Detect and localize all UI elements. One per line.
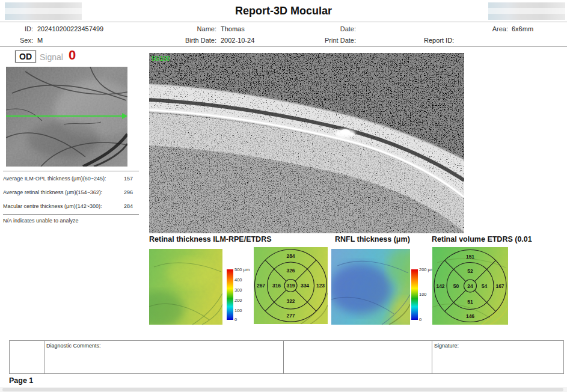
signal-label: Signal — [40, 52, 63, 62]
info-divider — [0, 46, 567, 47]
sex-value: M — [37, 37, 43, 44]
rnfl-color-scale — [411, 269, 418, 320]
name-label: Name: — [144, 25, 216, 32]
scale-tick: 100 — [234, 308, 242, 313]
rnfl-color-map — [331, 249, 410, 325]
etdrs-value-bottom-outer: 277 — [286, 313, 295, 319]
scale-tick: 400 — [234, 277, 242, 283]
table-divider — [432, 341, 432, 373]
date-label: Date: — [284, 25, 356, 32]
na-note: N/A indicates unable to analyze — [3, 218, 79, 224]
etdrs-value-left-outer: 267 — [257, 283, 265, 289]
scale-tick: 200 — [234, 298, 242, 303]
etdrs-value-right-outer: 123 — [316, 283, 325, 289]
report-title: Report-3D Mocular — [0, 5, 567, 17]
etdrs-value-top-outer: 284 — [286, 253, 295, 259]
scale-tick: 0 — [234, 317, 237, 322]
etdrs-value-center: 319 — [286, 283, 295, 289]
metric-row: Macular centre thickness (μm)(142~300): … — [3, 203, 133, 209]
clinic-logo-right — [488, 2, 565, 20]
eye-side-button[interactable]: OD — [15, 51, 36, 63]
metric-value: 284 — [124, 203, 133, 209]
name-value: Thomas — [221, 25, 245, 32]
header-divider — [0, 22, 567, 22]
metric-value: 296 — [124, 189, 133, 195]
etdrs-value-center: 24 — [467, 283, 473, 289]
etdrs-value-top-inner: 52 — [467, 268, 473, 274]
metric-row: Average ILM-OPL thickness (μm)(60~245): … — [3, 176, 133, 182]
table-divider — [283, 341, 284, 373]
oct-bscan-image: 50/100 — [149, 53, 464, 233]
scale-tick: 100 — [419, 292, 427, 297]
thickness-etdrs-grid: 284 326 267 316 319 334 123 322 277 — [254, 247, 328, 324]
print-date-label: Print Date: — [284, 37, 356, 44]
etdrs-value-right-inner: 334 — [301, 283, 309, 289]
signal-value: 0 — [69, 47, 76, 63]
thickness-map-title: Retinal thickness ILM-RPE/ETDRS — [149, 235, 272, 243]
table-divider — [44, 341, 44, 373]
scale-tick: 300 — [234, 287, 242, 293]
comments-table: Diagnostic Comments: Signature: — [9, 340, 564, 374]
scale-tick: 0 — [419, 317, 421, 322]
id-value: 202410200223457499 — [37, 25, 103, 32]
thickness-color-scale — [227, 269, 233, 320]
report-id-label: Report ID: — [424, 37, 454, 44]
birth-date-value: 2002-10-24 — [221, 37, 254, 44]
volume-etdrs-grid: 151 52 142 50 24 54 167 51 146 — [432, 247, 508, 325]
etdrs-value-left-inner: 316 — [272, 283, 281, 289]
etdrs-value-bottom-inner: 322 — [286, 298, 295, 304]
diagnostic-comments-label: Diagnostic Comments: — [46, 343, 101, 349]
metric-value: 157 — [124, 176, 133, 182]
etdrs-value-right-outer: 167 — [495, 283, 504, 289]
etdrs-value-bottom-outer: 146 — [466, 313, 474, 319]
metric-label: Average ILM-OPL thickness (μm)(60~245): — [3, 176, 106, 182]
fundus-image — [6, 67, 127, 167]
sex-label: Sex: — [0, 37, 33, 44]
frame-counter: 50/100 — [152, 55, 170, 62]
volume-map-title: Retinal volume ETDRS (0.01 — [432, 235, 532, 243]
scale-tick: 500 μm — [234, 267, 250, 272]
report-page: Report-3D Mocular ID: 202410200223457499… — [0, 0, 567, 392]
etdrs-value-right-inner: 54 — [482, 283, 488, 289]
id-label: ID: — [0, 25, 33, 32]
thickness-color-map — [149, 249, 222, 325]
metric-row: Average retinal thickness (μm)(154~362):… — [3, 189, 133, 195]
etdrs-value-top-inner: 326 — [286, 268, 295, 274]
horizontal-scrollbar[interactable] — [2, 388, 563, 391]
metric-label: Macular centre thickness (μm)(142~300): — [3, 203, 102, 209]
signature-label: Signature: — [434, 343, 459, 349]
metrics-divider-top — [3, 171, 139, 171]
metric-label: Average retinal thickness (μm)(154~362): — [3, 189, 102, 195]
etdrs-value-bottom-inner: 51 — [467, 299, 473, 305]
birth-date-label: Birth Date: — [144, 37, 216, 44]
etdrs-value-top-outer: 151 — [466, 254, 474, 260]
area-label: Area: — [436, 25, 508, 32]
metrics-divider-bottom — [3, 214, 139, 215]
etdrs-value-left-inner: 50 — [453, 283, 459, 289]
etdrs-value-left-outer: 142 — [436, 283, 444, 289]
area-value: 6x6mm — [512, 25, 533, 32]
rnfl-map-title: RNFL thickness (μm) — [335, 235, 410, 243]
page-number: Page 1 — [9, 376, 33, 385]
